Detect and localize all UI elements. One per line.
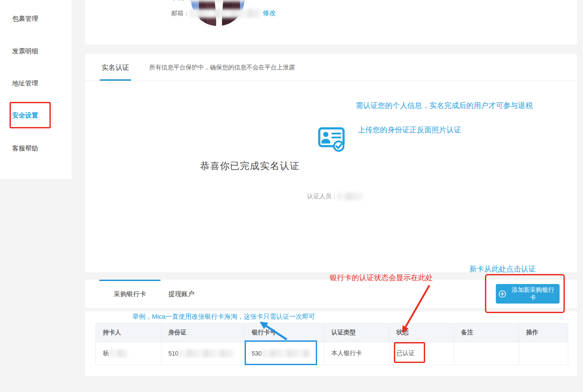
verified-person-row: 认证人员： xyxy=(307,193,363,200)
cell-remark xyxy=(454,342,519,365)
profile-panel: 手机： 邮箱： 修改 xyxy=(85,0,577,45)
table-header-row: 持卡人 身份证 银行卡号 认证类型 状态 备注 操作 xyxy=(96,323,568,342)
sidebar-item-address[interactable]: 地址管理 xyxy=(12,79,38,88)
sidebar-item-support[interactable]: 客服帮助 xyxy=(12,144,38,153)
col-header-id: 身份证 xyxy=(161,323,245,342)
annotation-newcard-text: 新卡从此处点击认证 xyxy=(469,264,536,274)
realname-subtitle: 所有信息平台保护中，确保您的信息不会在平台上泄露 xyxy=(149,54,295,81)
holder-redacted xyxy=(109,350,127,357)
tab-purchase-bankcard[interactable]: 采购银行卡 xyxy=(99,280,160,308)
cell-holder: 杨 xyxy=(96,342,161,365)
annotation-box-card-number xyxy=(245,340,317,365)
email-row: 邮箱： 修改 xyxy=(171,9,276,18)
annotation-need-auth: 需认证您的个人信息，实名完成后的用户才可参与退税 xyxy=(356,101,533,111)
col-header-authtype: 认证类型 xyxy=(324,323,390,342)
id-number-visible-text: 510 xyxy=(168,350,178,357)
bankcard-table-panel: 持卡人 身份证 银行卡号 认证类型 状态 备注 操作 杨 510 530 本人银… xyxy=(85,311,577,376)
sidebar: 包裹管理 发票明细 地址管理 安全设置 客服帮助 xyxy=(0,0,72,179)
col-header-holder: 持卡人 xyxy=(96,323,161,342)
congrats-text: 恭喜你已完成实名认证 xyxy=(85,160,415,173)
annotation-upload-id: 上传您的身份证正反面照片认证 xyxy=(358,125,461,135)
phone-value-redacted xyxy=(190,0,245,2)
cell-action xyxy=(519,342,568,365)
id-card-verified-icon xyxy=(318,127,346,152)
col-header-remark: 备注 xyxy=(454,323,519,342)
id-number-redacted xyxy=(178,350,235,357)
annotation-box-add-button xyxy=(485,274,565,313)
annotation-box-security xyxy=(10,102,51,128)
annotation-example-text: 举例，Mica一直使用改张银行卡海淘，这张卡只需认证一次即可 xyxy=(132,313,315,321)
bankcard-table: 持卡人 身份证 银行卡号 认证类型 状态 备注 操作 杨 510 530 本人银… xyxy=(95,323,568,365)
table-row: 杨 510 530 本人银行卡 已认证 xyxy=(96,342,568,365)
realname-panel: 实名认证 所有信息平台保护中，确保您的信息不会在平台上泄露 需认证您的个人信息，… xyxy=(85,54,577,272)
email-label: 邮箱： xyxy=(171,10,190,16)
holder-visible-text: 杨 xyxy=(103,350,109,357)
annotation-box-status xyxy=(394,342,425,363)
phone-label: 手机： xyxy=(171,0,190,1)
email-value-redacted xyxy=(190,9,260,18)
sidebar-item-package[interactable]: 包裹管理 xyxy=(12,15,38,23)
verified-person-redacted xyxy=(337,193,363,200)
active-tab-underline xyxy=(100,79,131,81)
email-modify-link[interactable]: 修改 xyxy=(263,9,276,16)
phone-row: 手机： xyxy=(171,0,245,2)
col-header-cardno: 银行卡号 xyxy=(245,323,324,342)
tab-withdraw-account[interactable]: 提现账户 xyxy=(168,280,194,308)
cell-auth-type: 本人银行卡 xyxy=(324,342,390,365)
col-header-status: 状态 xyxy=(390,323,454,342)
col-header-action: 操作 xyxy=(519,323,568,342)
sidebar-item-invoice[interactable]: 发票明细 xyxy=(12,47,38,56)
annotation-status-text: 银行卡的认证状态会显示在此处 xyxy=(330,273,433,283)
realname-tabbar: 实名认证 所有信息平台保护中，确保您的信息不会在平台上泄露 xyxy=(85,54,577,81)
tab-realname-auth[interactable]: 实名认证 xyxy=(100,54,131,81)
cell-id-number: 510 xyxy=(161,342,245,365)
verified-person-label: 认证人员： xyxy=(307,193,337,199)
